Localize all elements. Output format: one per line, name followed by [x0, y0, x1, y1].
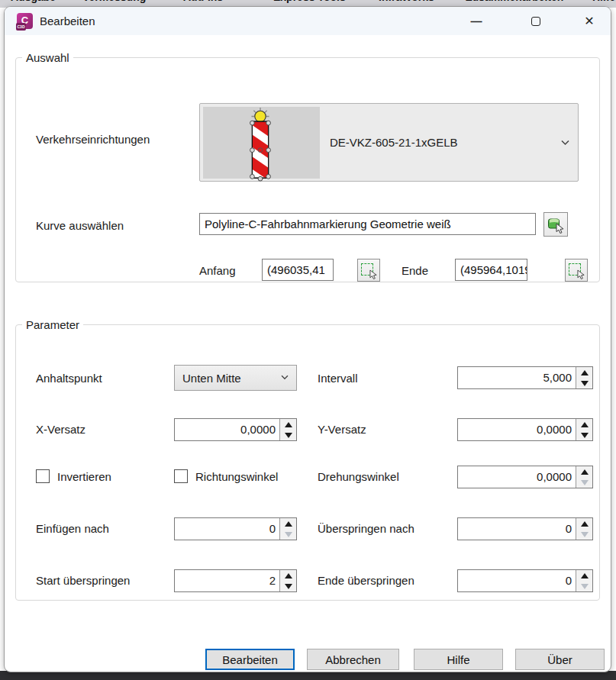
ende-ueberspringen-spinner: 0 [457, 569, 593, 592]
triangle-up-icon [285, 521, 292, 527]
triangle-up-icon [285, 573, 292, 578]
ende-pick-button[interactable] [565, 259, 588, 282]
spin-down-button [576, 477, 592, 488]
chevron-down-icon [281, 375, 289, 381]
ueberspringen-nach-label: Überspringen nach [318, 522, 414, 535]
pick-point-icon [361, 263, 376, 278]
start-ueberspringen-spinner: 2 [174, 569, 297, 592]
maximize-icon [531, 17, 540, 26]
maximize-button[interactable] [521, 7, 551, 35]
spin-up-button[interactable] [576, 367, 592, 378]
anfang-pick-button[interactable] [357, 259, 380, 282]
ribbon-tab[interactable]: Hilfe [592, 0, 615, 3]
hilfe-button[interactable]: Hilfe [414, 649, 503, 670]
sign-preview [203, 107, 320, 179]
start-ueberspringen-value[interactable]: 2 [175, 570, 279, 591]
anfang-label: Anfang [199, 264, 236, 277]
ueber-button[interactable]: Über [515, 649, 605, 670]
triangle-up-icon [581, 521, 589, 527]
ende-ueberspringen-label: Ende überspringen [318, 574, 414, 587]
start-ueberspringen-label: Start überspringen [36, 574, 130, 587]
ribbon-tab[interactable]: Add-Ins [183, 0, 223, 3]
y-versatz-spinner: 0,0000 [457, 418, 593, 441]
parameter-group: Parameter Anhaltspunkt Unten Mitte Inter… [15, 318, 600, 601]
spin-down-button[interactable] [280, 430, 296, 440]
triangle-down-icon [581, 532, 589, 537]
ribbon-tab[interactable]: Zusammenarbeiten [466, 0, 563, 3]
verkehrseinrichtungen-label: Verkehrseinrichtungen [36, 133, 150, 146]
triangle-down-icon [581, 584, 589, 589]
minimize-button[interactable]: — [461, 7, 492, 35]
triangle-up-icon [581, 573, 589, 578]
spin-down-button [576, 581, 592, 591]
triangle-down-icon [581, 433, 589, 438]
ribbon-tab[interactable]: Vermessung [82, 0, 146, 3]
triangle-down-icon [581, 480, 589, 485]
spin-down-button[interactable] [280, 581, 296, 591]
spin-up-button[interactable] [280, 518, 296, 529]
ueberspringen-nach-value[interactable]: 0 [458, 518, 576, 540]
intervall-value[interactable]: 5,000 [458, 367, 576, 388]
anfang-input[interactable] [262, 259, 334, 281]
triangle-down-icon [285, 532, 292, 537]
drehungswinkel-value[interactable]: 0,0000 [458, 466, 576, 488]
kurve-input[interactable] [199, 213, 536, 235]
spin-up-button[interactable] [576, 466, 592, 477]
spin-up-button[interactable] [576, 570, 592, 581]
x-versatz-value[interactable]: 0,0000 [175, 419, 279, 440]
civil3d-app-icon: C C3D [17, 13, 33, 29]
x-versatz-label: X-Versatz [36, 423, 85, 436]
einfuegen-nach-value[interactable]: 0 [175, 518, 279, 540]
parameter-legend: Parameter [22, 318, 83, 331]
triangle-down-icon [285, 433, 292, 438]
drehungswinkel-label: Drehungswinkel [318, 470, 399, 483]
bearbeiten-button[interactable]: Bearbeiten [205, 649, 295, 670]
auswahl-group: Auswahl Verkehrseinrichtungen [15, 51, 600, 282]
verkehrseinrichtungen-value: DE-VKZ-605-21-1xGELB [330, 104, 458, 181]
spin-up-button[interactable] [576, 419, 592, 430]
y-versatz-value[interactable]: 0,0000 [458, 419, 576, 440]
richtungswinkel-checkbox[interactable] [174, 469, 188, 483]
verkehrseinrichtungen-dropdown[interactable]: DE-VKZ-605-21-1xGELB [199, 103, 579, 182]
anhaltspunkt-dropdown[interactable]: Unten Mitte [174, 365, 297, 391]
edit-dialog: C C3D Bearbeiten — ✕ Auswahl Verkehrsein… [4, 6, 611, 672]
spin-up-button[interactable] [280, 570, 296, 581]
einfuegen-nach-spinner: 0 [174, 517, 297, 540]
pick-point-icon [569, 263, 584, 278]
triangle-up-icon [285, 422, 292, 427]
ende-ueberspringen-value[interactable]: 0 [458, 570, 576, 591]
triangle-up-icon [581, 422, 589, 427]
spin-down-button [280, 529, 296, 540]
invertieren-checkbox[interactable] [36, 469, 50, 483]
y-versatz-label: Y-Versatz [318, 423, 366, 436]
intervall-spinner: 5,000 [457, 366, 593, 389]
x-versatz-spinner: 0,0000 [174, 418, 297, 441]
close-button[interactable]: ✕ [574, 7, 605, 35]
abbrechen-button[interactable]: Abbrechen [307, 649, 399, 670]
spin-down-button [576, 529, 592, 540]
traffic-beacon-image [235, 106, 285, 182]
richtungswinkel-label: Richtungswinkel [195, 470, 278, 483]
ribbon-tab[interactable]: Express Tools [273, 0, 346, 3]
app-icon-badge: C3D [16, 23, 26, 31]
spin-down-button[interactable] [576, 378, 592, 388]
triangle-up-icon [581, 469, 589, 475]
triangle-down-icon [285, 584, 292, 589]
spin-up-button[interactable] [576, 518, 592, 529]
anhaltspunkt-label: Anhaltspunkt [36, 372, 102, 385]
ende-input[interactable] [455, 259, 527, 281]
kurve-label: Kurve auswählen [36, 219, 124, 232]
auswahl-legend: Auswahl [22, 51, 73, 64]
spin-up-button[interactable] [280, 419, 296, 430]
chevron-down-icon [561, 140, 569, 146]
title-bar: C C3D Bearbeiten — ✕ [5, 7, 611, 35]
einfuegen-nach-label: Einfügen nach [36, 522, 109, 535]
ribbon-tab[interactable]: InfraWorks [379, 0, 434, 3]
spin-down-button[interactable] [576, 430, 592, 440]
ende-label: Ende [402, 264, 428, 277]
drehungswinkel-spinner: 0,0000 [457, 466, 593, 488]
invertieren-label: Invertieren [57, 470, 111, 483]
ribbon-tab[interactable]: Ausgabe [11, 0, 56, 3]
triangle-down-icon [581, 381, 589, 386]
select-curve-button[interactable] [543, 212, 568, 237]
